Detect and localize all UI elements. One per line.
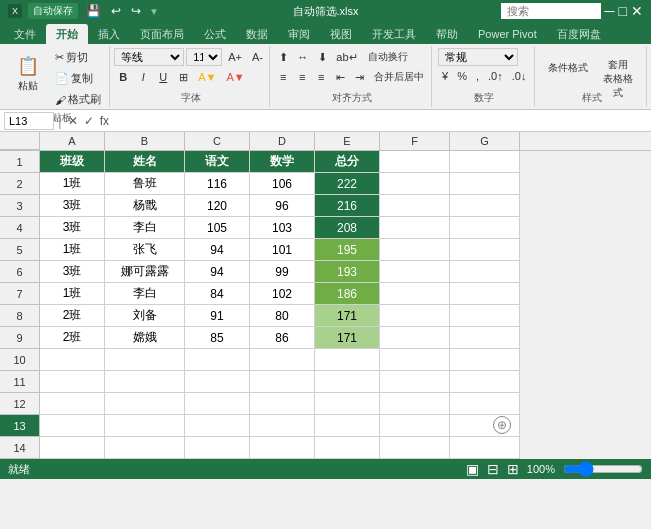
cell-e6[interactable]: 193 — [315, 261, 380, 283]
col-header-b[interactable]: B — [105, 132, 185, 150]
cell-g1[interactable] — [450, 151, 520, 173]
cell-e13[interactable] — [315, 415, 380, 437]
row-header-13[interactable]: 13 — [0, 415, 40, 437]
cell-d11[interactable] — [250, 371, 315, 393]
cell-b1[interactable]: 姓名 — [105, 151, 185, 173]
cell-b13[interactable] — [105, 415, 185, 437]
cell-c13[interactable] — [185, 415, 250, 437]
col-header-e[interactable]: E — [315, 132, 380, 150]
cell-c10[interactable] — [185, 349, 250, 371]
font-increase-button[interactable]: A+ — [224, 48, 246, 66]
cell-f3[interactable] — [380, 195, 450, 217]
decimal-increase-button[interactable]: .0↑ — [484, 68, 507, 84]
cell-f9[interactable] — [380, 327, 450, 349]
cell-e4[interactable]: 208 — [315, 217, 380, 239]
cell-f12[interactable] — [380, 393, 450, 415]
cell-c4[interactable]: 105 — [185, 217, 250, 239]
cell-d10[interactable] — [250, 349, 315, 371]
cell-g13[interactable]: ⊕ — [450, 415, 520, 437]
tab-baidupan[interactable]: 百度网盘 — [547, 24, 611, 44]
cell-c6[interactable]: 94 — [185, 261, 250, 283]
row-header-4[interactable]: 4 — [0, 217, 40, 239]
cell-f6[interactable] — [380, 261, 450, 283]
cell-g12[interactable] — [450, 393, 520, 415]
cell-f14[interactable] — [380, 437, 450, 459]
percent-button[interactable]: % — [453, 68, 471, 84]
cell-c11[interactable] — [185, 371, 250, 393]
cell-a6[interactable]: 3班 — [40, 261, 105, 283]
cell-reference-input[interactable] — [4, 112, 54, 130]
cell-d1[interactable]: 数学 — [250, 151, 315, 173]
redo-button[interactable]: ↪ — [129, 4, 143, 18]
cell-e12[interactable] — [315, 393, 380, 415]
align-bottom-button[interactable]: ⬇ — [313, 48, 331, 66]
col-header-c[interactable]: C — [185, 132, 250, 150]
search-input[interactable] — [501, 3, 601, 19]
cell-d9[interactable]: 86 — [250, 327, 315, 349]
align-left-button[interactable]: ≡ — [274, 68, 292, 86]
row-header-11[interactable]: 11 — [0, 371, 40, 393]
cell-a8[interactable]: 2班 — [40, 305, 105, 327]
align-right-button[interactable]: ≡ — [312, 68, 330, 86]
tab-view[interactable]: 视图 — [320, 24, 362, 44]
autosave-toggle[interactable]: 自动保存 — [28, 3, 78, 19]
tab-powerpivot[interactable]: Power Pivot — [468, 24, 547, 44]
cell-g9[interactable] — [450, 327, 520, 349]
cell-b5[interactable]: 张飞 — [105, 239, 185, 261]
cell-g14[interactable] — [450, 437, 520, 459]
col-header-a[interactable]: A — [40, 132, 105, 150]
cell-c8[interactable]: 91 — [185, 305, 250, 327]
cell-a14[interactable] — [40, 437, 105, 459]
save-button[interactable]: 💾 — [84, 4, 103, 18]
paste-button[interactable]: 📋 粘贴 — [8, 48, 48, 100]
cell-a5[interactable]: 1班 — [40, 239, 105, 261]
cell-e14[interactable] — [315, 437, 380, 459]
cell-b8[interactable]: 刘备 — [105, 305, 185, 327]
cell-a13[interactable] — [40, 415, 105, 437]
align-middle-button[interactable]: ↔ — [293, 48, 312, 66]
table-format-button[interactable]: 套用 表格格式 — [595, 55, 640, 81]
cell-f8[interactable] — [380, 305, 450, 327]
cell-c5[interactable]: 94 — [185, 239, 250, 261]
cell-a7[interactable]: 1班 — [40, 283, 105, 305]
cell-g3[interactable] — [450, 195, 520, 217]
cell-b14[interactable] — [105, 437, 185, 459]
view-pagebreak-button[interactable]: ⊞ — [507, 461, 519, 477]
cell-c2[interactable]: 116 — [185, 173, 250, 195]
cell-g10[interactable] — [450, 349, 520, 371]
cell-e5[interactable]: 195 — [315, 239, 380, 261]
cell-f5[interactable] — [380, 239, 450, 261]
tab-formulas[interactable]: 公式 — [194, 24, 236, 44]
format-painter-button[interactable]: 🖌 格式刷 — [50, 90, 106, 109]
cell-d2[interactable]: 106 — [250, 173, 315, 195]
view-pagelayout-button[interactable]: ⊟ — [487, 461, 499, 477]
comma-button[interactable]: , — [472, 68, 483, 84]
number-format-select[interactable]: 常规 — [438, 48, 518, 66]
row-header-7[interactable]: 7 — [0, 283, 40, 305]
tab-data[interactable]: 数据 — [236, 24, 278, 44]
align-center-button[interactable]: ≡ — [293, 68, 311, 86]
cell-d14[interactable] — [250, 437, 315, 459]
cell-c7[interactable]: 84 — [185, 283, 250, 305]
font-size-select[interactable]: 11 — [186, 48, 222, 66]
cell-b9[interactable]: 嫦娥 — [105, 327, 185, 349]
cell-d3[interactable]: 96 — [250, 195, 315, 217]
cell-d7[interactable]: 102 — [250, 283, 315, 305]
indent-decrease-button[interactable]: ⇤ — [331, 68, 349, 86]
view-normal-button[interactable]: ▣ — [466, 461, 479, 477]
cell-b4[interactable]: 李白 — [105, 217, 185, 239]
currency-button[interactable]: ¥ — [438, 68, 452, 84]
bold-button[interactable]: B — [114, 68, 132, 86]
row-header-1[interactable]: 1 — [0, 151, 40, 173]
font-color-button[interactable]: A▼ — [222, 68, 248, 86]
tab-insert[interactable]: 插入 — [88, 24, 130, 44]
copy-button[interactable]: 📄 复制 — [50, 69, 106, 88]
row-header-3[interactable]: 3 — [0, 195, 40, 217]
cell-c3[interactable]: 120 — [185, 195, 250, 217]
cell-g2[interactable] — [450, 173, 520, 195]
tab-developer[interactable]: 开发工具 — [362, 24, 426, 44]
row-header-9[interactable]: 9 — [0, 327, 40, 349]
cell-e10[interactable] — [315, 349, 380, 371]
cell-a12[interactable] — [40, 393, 105, 415]
cell-f2[interactable] — [380, 173, 450, 195]
